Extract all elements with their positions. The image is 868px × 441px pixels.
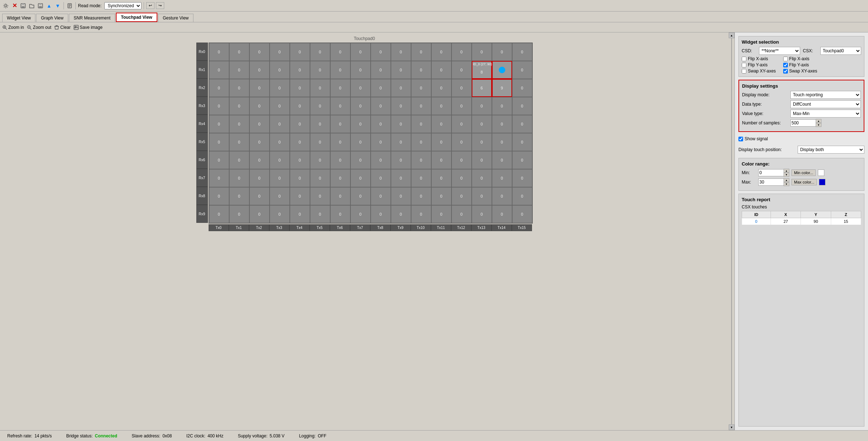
display-settings-title: Display settings <box>742 83 861 89</box>
widget-selection-title: Widget selection <box>742 39 861 45</box>
tx-label-9: Tx9 <box>391 224 411 231</box>
display-mode-select[interactable]: Touch reporting Raw count Baseline DiffC… <box>790 91 861 99</box>
color-range-section: Color range: Min: ▲ ▼ Min color... Max: <box>738 158 864 191</box>
tx-label-3: Tx3 <box>269 224 289 231</box>
clear-button[interactable]: Clear <box>54 25 71 30</box>
flip-y-csd-checkbox[interactable] <box>742 63 746 67</box>
tab-widget-view[interactable]: Widget View <box>2 14 35 22</box>
display-mode-label: Display mode: <box>742 92 789 97</box>
display-settings-section: Display settings Display mode: Touch rep… <box>738 80 864 132</box>
tx-label-5: Tx5 <box>310 224 330 231</box>
slave-address-status: Slave address: 0x08 <box>132 433 172 438</box>
value-type-row: Value type: Max-Min Average Current <box>742 110 861 118</box>
display-touch-pos-select[interactable]: Display both Display centroid only Displ… <box>798 146 864 154</box>
table-row: 0 27 90 15 <box>742 218 861 225</box>
tab-graph-view[interactable]: Graph View <box>36 14 68 22</box>
cell-1-14 <box>492 61 512 79</box>
max-down-button[interactable]: ▼ <box>784 182 789 186</box>
flip-y-csx-checkbox[interactable] <box>783 63 788 67</box>
min-spinner-buttons: ▲ ▼ <box>784 169 789 177</box>
supply-voltage-label: Supply voltage: <box>238 433 267 438</box>
doc-icon[interactable] <box>66 2 73 9</box>
touch-x: 27 <box>771 218 801 225</box>
touch-z: 15 <box>831 218 861 225</box>
csd-select[interactable]: **None** <box>759 47 800 55</box>
tab-gesture-view[interactable]: Gesture View <box>158 14 193 22</box>
show-signal-checkbox[interactable] <box>738 137 743 141</box>
cell-2-5: 0 <box>310 79 330 97</box>
csx-select[interactable]: Touchpad0 <box>820 47 862 55</box>
zoom-out-button[interactable]: Zoom out <box>27 25 51 30</box>
read-mode-select[interactable]: Synchronized Continuous <box>104 2 141 9</box>
csx-label: CSX: <box>803 48 817 53</box>
tx-label-1: Tx1 <box>229 224 249 231</box>
cell-0-9: 0 <box>391 43 411 61</box>
max-color-button[interactable]: Max color... <box>791 179 817 185</box>
import-icon[interactable]: ▼ <box>54 2 61 9</box>
rx-label-2: Rx2 <box>196 79 208 97</box>
max-label: Max: <box>742 180 756 185</box>
undo-button[interactable]: ↩ <box>146 2 154 9</box>
cell-2-15: 0 <box>512 79 532 97</box>
flip-x-csd-checkbox[interactable] <box>742 57 746 61</box>
show-signal-row: Show signal <box>738 135 864 143</box>
swap-xy-csx-label: Swap XY-axes <box>789 69 817 74</box>
cell-0-2: 0 <box>249 43 270 61</box>
cell-3-0: 0 <box>209 97 229 115</box>
touch-y: 90 <box>801 218 831 225</box>
save2-icon[interactable] <box>37 2 44 9</box>
data-type-select[interactable]: DiffCount RawCount Baseline <box>790 100 861 108</box>
cell-0-12: 0 <box>452 43 472 61</box>
toolbar-separator2 <box>75 2 76 9</box>
cell-2-4: 0 <box>290 79 310 97</box>
value-type-select[interactable]: Max-Min Average Current <box>790 110 861 118</box>
cell-1-8: 0 <box>371 61 391 79</box>
scroll-up-button[interactable]: ▲ <box>729 32 734 38</box>
logging-value: OFF <box>318 433 326 438</box>
export-icon[interactable]: ▲ <box>45 2 53 9</box>
num-samples-up-button[interactable]: ▲ <box>816 119 821 123</box>
min-input[interactable] <box>758 169 784 176</box>
tab-touchpad-view[interactable]: Touchpad View <box>116 13 157 22</box>
max-up-button[interactable]: ▲ <box>784 178 789 182</box>
cell-0-15: 0 <box>512 43 532 61</box>
swap-xy-csx-checkbox[interactable] <box>783 69 788 74</box>
max-spinner-buttons: ▲ ▼ <box>784 178 789 186</box>
min-up-button[interactable]: ▲ <box>784 169 789 173</box>
vertical-scrollbar: ▲ ▼ <box>729 32 734 430</box>
min-color-button[interactable]: Min color... <box>791 169 816 176</box>
cell-1-4: 0 <box>290 61 310 79</box>
i2c-clock-value: 400 kHz <box>208 433 223 438</box>
scroll-down-button[interactable]: ▼ <box>729 424 734 430</box>
flip-y-csx-label: Flip Y-axis <box>789 62 809 67</box>
zoom-in-button[interactable]: Zoom in <box>2 25 24 30</box>
tx-labels: Tx0 Tx1 Tx2 Tx3 Tx4 Tx5 Tx6 Tx7 Tx8 Tx9 … <box>209 224 533 231</box>
rx-label-1: Rx1 <box>196 61 208 79</box>
save-image-button[interactable]: Save image <box>74 25 102 30</box>
cell-2-13: 6 <box>472 79 492 97</box>
display-touch-pos-label: Display touch position: <box>738 147 796 152</box>
flip-x-csd-row: Flip X-axis <box>742 56 776 61</box>
flip-x-csx-checkbox[interactable] <box>783 57 788 61</box>
i2c-clock-status: I2C clock: 400 kHz <box>186 433 223 438</box>
open-icon[interactable] <box>28 2 35 9</box>
close-icon[interactable]: ✕ <box>11 2 18 9</box>
cell-1-3: 0 <box>270 61 290 79</box>
settings-icon[interactable] <box>2 2 9 9</box>
max-input[interactable] <box>758 178 784 186</box>
num-samples-input[interactable] <box>790 119 816 127</box>
min-label: Min: <box>742 170 756 175</box>
cell-1-1: 0 <box>229 61 249 79</box>
tab-snr-measurement[interactable]: SNR Measurement <box>69 14 115 22</box>
swap-xy-csd-checkbox[interactable] <box>742 69 746 74</box>
num-samples-down-button[interactable]: ▼ <box>816 123 821 127</box>
scroll-track[interactable] <box>731 38 732 424</box>
redo-button[interactable]: ↪ <box>156 2 164 9</box>
cell-0-13: 0 <box>472 43 492 61</box>
save-icon[interactable] <box>19 2 27 9</box>
min-color-swatch <box>818 169 824 176</box>
rx-label-8: Rx8 <box>196 187 208 205</box>
flip-y-csx-row: Flip Y-axis <box>783 62 817 67</box>
num-samples-spinner[interactable]: ▲ ▼ <box>790 119 821 127</box>
min-down-button[interactable]: ▼ <box>784 173 789 177</box>
